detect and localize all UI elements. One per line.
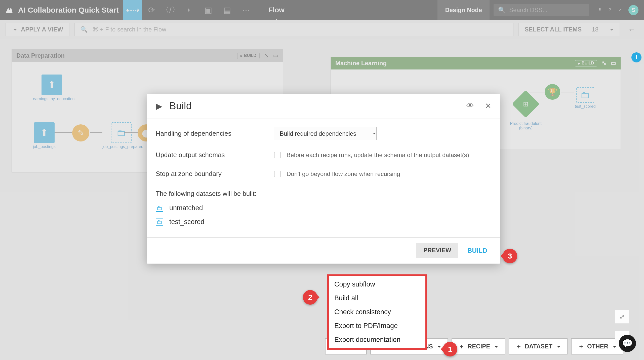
dep-select[interactable]: Build required dependencies bbox=[274, 127, 377, 140]
stop-checkbox[interactable] bbox=[274, 171, 280, 177]
build-note: The following datasets will be built: bbox=[156, 183, 491, 201]
menu-item-check-consistency[interactable]: Check consistency bbox=[329, 305, 425, 319]
preview-button[interactable]: PREVIEW bbox=[416, 243, 458, 258]
dataset-item: 🗀unmatched bbox=[156, 201, 491, 215]
zone-header: Machine Learning ▸ BUILD ⤡ ▭ bbox=[331, 57, 621, 69]
dataset-icon: 🗀 bbox=[156, 219, 163, 226]
recipes-icon[interactable]: ⟳ bbox=[142, 0, 161, 20]
zone-build-button[interactable]: ▸ BUILD bbox=[575, 60, 597, 66]
chat-button[interactable]: 💬 bbox=[619, 335, 636, 352]
design-node-badge: Design Node bbox=[437, 0, 490, 20]
modal-title: Build bbox=[169, 100, 192, 112]
dataset-node[interactable]: 🗀job_postings_prepared bbox=[102, 122, 140, 149]
upd-label: Update output schemas bbox=[156, 151, 274, 159]
dataset-node[interactable]: ⬆earnings_by_education bbox=[33, 75, 71, 101]
chevron-down-icon bbox=[12, 26, 17, 33]
dataset-item: 🗀test_scored bbox=[156, 215, 491, 229]
menu-item-build-all[interactable]: Build all bbox=[329, 291, 425, 305]
dataset-list: 🗀unmatched 🗀test_scored bbox=[156, 201, 491, 235]
collapse-panel-icon[interactable]: ← bbox=[625, 25, 638, 34]
search-icon: 🔍 bbox=[498, 7, 506, 14]
box-icon[interactable]: ▭ bbox=[273, 52, 278, 59]
stop-label: Stop at zone boundary bbox=[156, 170, 274, 178]
select-all-button[interactable]: SELECT ALL ITEMS 18 bbox=[518, 23, 620, 36]
toolbar: APPLY A VIEW 🔍 ⌘ + F to search in the Fl… bbox=[0, 20, 644, 39]
project-title[interactable]: AI Collaboration Quick Start bbox=[18, 6, 123, 14]
dataset-icon: 🗀 bbox=[156, 205, 163, 212]
avatar[interactable]: S bbox=[628, 5, 638, 15]
add-recipe-button[interactable]: ＋RECIPE bbox=[452, 338, 505, 354]
dashboard-icon[interactable]: ▣ bbox=[199, 0, 218, 20]
apps-icon[interactable]: ⠿ bbox=[599, 8, 602, 12]
box-icon[interactable]: ▭ bbox=[611, 60, 616, 66]
dep-label: Handling of dependencies bbox=[156, 130, 274, 137]
global-search[interactable]: 🔍 Search DSS... bbox=[494, 4, 589, 16]
close-icon[interactable]: ✕ bbox=[485, 101, 491, 110]
zone-header: Data Preparation ▸ BUILD ⤡ ▭ bbox=[12, 49, 283, 62]
menu-item-export-pdf[interactable]: Export to PDF/Image bbox=[329, 319, 425, 333]
plus-icon: ＋ bbox=[459, 342, 465, 350]
callout-1: 1 bbox=[443, 342, 457, 356]
search-placeholder: Search DSS... bbox=[509, 7, 547, 14]
help-icon[interactable]: ? bbox=[609, 8, 611, 12]
wiki-icon[interactable]: ▤ bbox=[218, 0, 236, 20]
jobs-icon[interactable] bbox=[180, 0, 199, 20]
app-logo[interactable] bbox=[0, 0, 18, 20]
build-modal: ▶Build 👁 ✕ Handling of dependencies Buil… bbox=[147, 94, 500, 264]
plus-icon: ＋ bbox=[578, 342, 584, 350]
dataset-node[interactable]: 🗀test_scored bbox=[575, 87, 596, 109]
apply-view-button[interactable]: APPLY A VIEW bbox=[6, 23, 69, 36]
flow-nav-icon[interactable]: ⇠⇢ bbox=[123, 0, 142, 20]
search-icon: 🔍 bbox=[80, 26, 88, 33]
model-node[interactable]: ⊞Predict fraudulent (binary) bbox=[507, 94, 545, 130]
topbar-right: ⠿ ? ↗ S bbox=[593, 5, 644, 15]
trophy-node[interactable]: 🏆 bbox=[545, 84, 560, 100]
menu-item-export-doc[interactable]: Export documentation bbox=[329, 333, 425, 347]
plus-icon: ＋ bbox=[516, 342, 522, 350]
recipe-node[interactable]: ✎ bbox=[72, 124, 89, 141]
play-icon: ▶ bbox=[156, 101, 162, 111]
eye-icon[interactable]: 👁 bbox=[466, 101, 474, 110]
callout-3: 3 bbox=[503, 249, 517, 263]
collapse-icon[interactable]: ⤡ bbox=[264, 52, 269, 59]
topbar: AI Collaboration Quick Start ⇠⇢ ⟳ 〈/〉 ▣ … bbox=[0, 0, 644, 20]
build-button[interactable]: BUILD bbox=[463, 243, 491, 258]
bottom-bar: PREVIEW 🛠FLOW ACTIONS ＋RECIPE ＋DATASET ＋… bbox=[0, 338, 629, 354]
code-icon[interactable]: 〈/〉 bbox=[161, 0, 180, 20]
upd-checkbox[interactable] bbox=[274, 152, 280, 158]
collapse-icon[interactable]: ⤡ bbox=[602, 60, 606, 66]
zone-build-button[interactable]: ▸ BUILD bbox=[237, 53, 260, 59]
flow-actions-menu: Copy subflow Build all Check consistency… bbox=[327, 274, 427, 350]
more-icon[interactable]: ⋯ bbox=[236, 0, 255, 20]
fullscreen-button[interactable]: ⤢ bbox=[615, 310, 629, 324]
flow-tab[interactable]: Flow bbox=[268, 6, 285, 14]
menu-item-copy-subflow[interactable]: Copy subflow bbox=[329, 277, 425, 291]
activity-icon[interactable]: ↗ bbox=[618, 8, 621, 12]
callout-2: 2 bbox=[303, 290, 317, 305]
dataset-node[interactable]: ⬆job_postings bbox=[33, 122, 56, 149]
add-dataset-button[interactable]: ＋DATASET bbox=[509, 338, 568, 354]
chevron-down-icon bbox=[609, 26, 614, 33]
info-bubble[interactable]: i bbox=[631, 52, 641, 62]
flow-search[interactable]: 🔍 ⌘ + F to search in the Flow bbox=[74, 23, 513, 36]
